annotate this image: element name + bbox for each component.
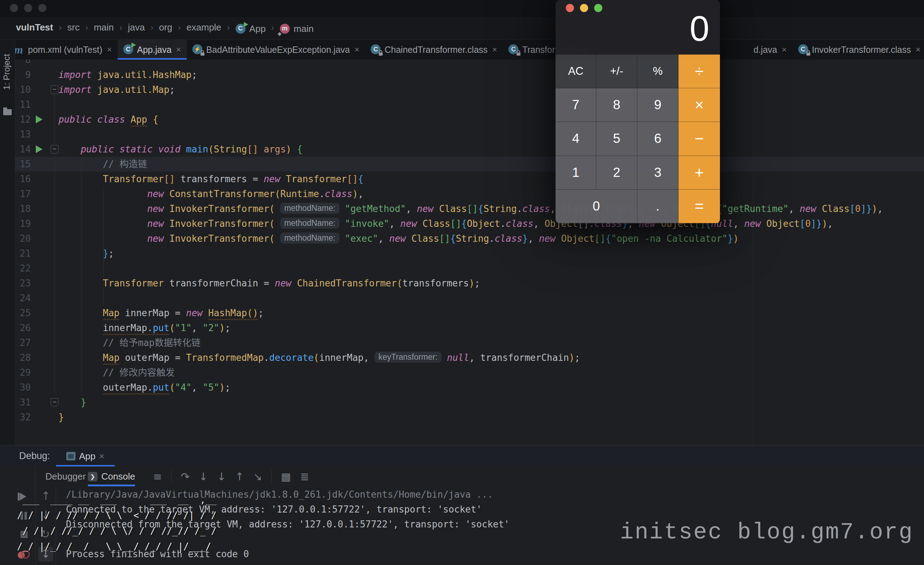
layout-settings-icon[interactable]: ≣: [300, 470, 309, 483]
calc-button-9[interactable]: 9: [638, 88, 678, 122]
code-token: []: [247, 144, 258, 155]
code-line: Transformer[] transformers = new Transfo…: [58, 171, 363, 186]
code-token: [275, 233, 280, 244]
code-line: Transformer transformerChain = new Chain…: [58, 276, 480, 291]
code-line: new ConstantTransformer(Runtime.class),: [58, 186, 363, 201]
fold-marker-icon[interactable]: −: [51, 145, 58, 153]
code-token: ): [469, 278, 474, 289]
window-minimize-icon[interactable]: [24, 4, 32, 12]
window-zoom-icon[interactable]: [38, 4, 46, 12]
calc-button-6[interactable]: 6: [638, 122, 678, 156]
code-token: [434, 203, 440, 214]
step-over-icon[interactable]: ↷: [181, 470, 189, 483]
calc-button-.[interactable]: .: [638, 189, 678, 223]
code-token: "getRuntime": [722, 203, 789, 214]
resume-program-icon[interactable]: [20, 493, 26, 500]
stop-program-icon[interactable]: [21, 531, 28, 538]
editor-tab[interactable]: d.java×: [748, 40, 792, 60]
code-token: Transformer: [103, 174, 164, 184]
close-icon[interactable]: ×: [107, 45, 112, 54]
code-line: // 给予map数据转化链: [58, 335, 201, 350]
editor-tab[interactable]: CApp.java×: [118, 40, 187, 60]
code-token: String: [484, 203, 517, 214]
breadcrumb-item[interactable]: example: [186, 22, 221, 33]
folder-icon[interactable]: [3, 109, 12, 115]
code-token: public static void: [81, 144, 186, 155]
code-token: import: [58, 84, 92, 95]
close-icon[interactable]: ×: [782, 45, 786, 54]
calc-button-÷[interactable]: ÷: [678, 54, 720, 88]
breadcrumb-separator-icon: ›: [151, 23, 153, 32]
view-breakpoints-icon[interactable]: [18, 551, 25, 559]
breadcrumb-item[interactable]: vulnTest: [16, 22, 53, 33]
calc-button-3[interactable]: 3: [638, 156, 678, 189]
scroll-to-end-icon[interactable]: ↧: [38, 547, 53, 562]
run-to-cursor-icon[interactable]: ↘: [254, 470, 262, 483]
code-token: Runtime: [280, 189, 319, 199]
step-out-icon[interactable]: ↑: [235, 470, 244, 483]
evaluate-expression-icon[interactable]: ▦: [281, 470, 291, 483]
breadcrumb-item[interactable]: java: [128, 22, 145, 33]
calc-button-AC[interactable]: AC: [555, 54, 596, 88]
down-stack-frame-icon[interactable]: ↓: [41, 508, 51, 522]
calc-button-5[interactable]: 5: [596, 122, 638, 156]
code-token: [816, 203, 822, 214]
calc-button-0[interactable]: 0: [555, 189, 638, 223]
tab-debugger[interactable]: Debugger: [45, 466, 86, 486]
line-number: 27: [15, 335, 31, 350]
pause-program-icon[interactable]: [21, 512, 23, 520]
fold-marker-icon[interactable]: −: [51, 86, 58, 94]
force-step-into-icon[interactable]: ↓: [217, 470, 226, 483]
breadcrumb-item[interactable]: mmain: [280, 23, 314, 35]
fold-marker-icon[interactable]: −: [51, 398, 58, 407]
run-gutter-icon[interactable]: [36, 116, 42, 123]
calc-button-4[interactable]: 4: [555, 122, 596, 156]
code-token: (: [275, 189, 280, 199]
line-number: 32: [15, 410, 31, 425]
options-menu-icon[interactable]: ≡: [153, 470, 162, 483]
calc-button-2[interactable]: 2: [596, 156, 638, 189]
calc-button-+/-[interactable]: +/-: [596, 54, 638, 88]
code-token: new: [389, 233, 406, 244]
code-editor[interactable]: 89import java.util.HashMap;10−import jav…: [15, 60, 924, 445]
editor-tab[interactable]: ⚡BadAttributeValueExpException.java×: [187, 40, 365, 60]
calc-button-%[interactable]: %: [638, 54, 678, 88]
calc-button-=[interactable]: =: [678, 189, 720, 223]
calc-button-+[interactable]: +: [678, 156, 720, 189]
calc-button-1[interactable]: 1: [555, 156, 596, 189]
close-icon[interactable]: ×: [176, 45, 181, 54]
close-icon[interactable]: ×: [354, 45, 359, 54]
breadcrumb-item[interactable]: org: [159, 22, 172, 33]
code-token: ]: [811, 218, 816, 229]
close-icon[interactable]: ×: [915, 45, 921, 54]
code-token: [164, 189, 170, 199]
breadcrumb-item[interactable]: CApp: [236, 23, 266, 35]
close-icon[interactable]: ×: [99, 451, 105, 462]
tab-console[interactable]: ❯ Console: [88, 466, 135, 486]
debug-session-tab[interactable]: App ×: [56, 446, 115, 467]
code-token: (: [170, 323, 175, 333]
breadcrumb-item[interactable]: src: [68, 22, 80, 33]
editor-tab[interactable]: CInvokerTransformer.class×: [792, 40, 924, 60]
editor-tab[interactable]: CChainedTransformer.class×: [365, 40, 503, 60]
up-stack-frame-icon[interactable]: ↑: [41, 489, 51, 503]
calc-button-7[interactable]: 7: [555, 88, 596, 122]
window-close-icon[interactable]: [10, 4, 18, 12]
run-gutter-icon[interactable]: [36, 145, 42, 153]
restart-frame-icon[interactable]: ↻: [40, 527, 50, 541]
code-token: }: [81, 397, 87, 408]
editor-tab[interactable]: mpom.xml (vulnTest)×: [9, 40, 118, 60]
calc-button-×[interactable]: ×: [678, 88, 720, 122]
calculator-window[interactable]: 0 AC+/-%÷789×456−123+0.=: [555, 0, 720, 223]
step-into-icon[interactable]: ↓: [199, 470, 208, 483]
code-token: ,: [192, 382, 202, 393]
code-token: .: [264, 352, 269, 363]
close-icon[interactable]: ×: [492, 45, 497, 54]
calc-button-−[interactable]: −: [678, 122, 720, 156]
code-token: .: [500, 218, 506, 229]
breadcrumb-separator-icon: ›: [86, 23, 88, 32]
calc-button-8[interactable]: 8: [596, 88, 638, 122]
ide-window: vulnTest›src›main›java›org›example›CApp›…: [0, 0, 924, 565]
project-tool-window-button[interactable]: 1: Project: [2, 54, 12, 90]
breadcrumb-item[interactable]: main: [94, 22, 114, 33]
